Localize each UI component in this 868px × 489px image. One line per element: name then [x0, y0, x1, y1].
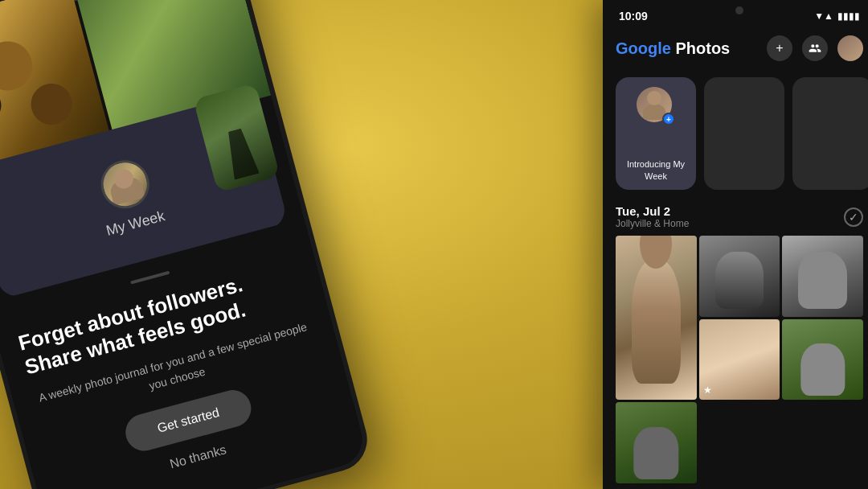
story-avatar-wrap: + [637, 87, 675, 125]
cat-photo-1[interactable] [616, 236, 697, 400]
date-title: Tue, Jul 2 [616, 204, 689, 218]
my-week-label: My Week [104, 208, 167, 240]
status-icons: ▼▲ ▮▮▮▮ [814, 10, 860, 22]
phone-right: 10:09 ▼▲ ▮▮▮▮ Google Photos + [603, 0, 868, 489]
signal-icon: ▮▮▮▮ [837, 10, 860, 22]
my-week-story-card[interactable]: + Introducing My Week [616, 77, 696, 190]
story-card-3[interactable] [792, 77, 868, 190]
cat-photo-6[interactable] [616, 402, 697, 483]
cat-photo-4[interactable] [699, 319, 780, 401]
right-camera-dot [735, 6, 743, 14]
stories-row: + Introducing My Week [603, 71, 868, 196]
title-google: Google [616, 39, 671, 57]
date-subtitle: Jollyville & Home [616, 218, 689, 229]
status-time: 10:09 [619, 10, 648, 23]
app-header: Google Photos + [603, 29, 868, 71]
date-section: Tue, Jul 2 Jollyville & Home ✓ [603, 196, 868, 232]
header-icons: + [767, 35, 863, 61]
cat-photo-3[interactable] [782, 236, 863, 317]
story-card-2[interactable] [704, 77, 784, 190]
cat-photo-5[interactable] [782, 319, 863, 401]
user-avatar[interactable] [837, 35, 863, 61]
add-button[interactable]: + [767, 35, 792, 61]
phone-right-inner: 10:09 ▼▲ ▮▮▮▮ Google Photos + [603, 0, 868, 489]
cat-photo-2[interactable] [699, 236, 780, 317]
plus-badge: + [662, 113, 675, 125]
check-circle[interactable]: ✓ [844, 208, 863, 227]
my-week-avatar [96, 154, 154, 213]
wifi-icon: ▼▲ [814, 10, 833, 22]
photo-grid [603, 232, 868, 487]
story-label: Introducing My Week [616, 158, 696, 182]
people-button[interactable] [802, 35, 828, 61]
title-photos: Photos [671, 39, 730, 57]
status-bar: 10:09 ▼▲ ▮▮▮▮ [603, 0, 868, 29]
app-title: Google Photos [616, 39, 730, 58]
date-info: Tue, Jul 2 Jollyville & Home [616, 204, 689, 229]
bottom-handle [130, 271, 170, 285]
